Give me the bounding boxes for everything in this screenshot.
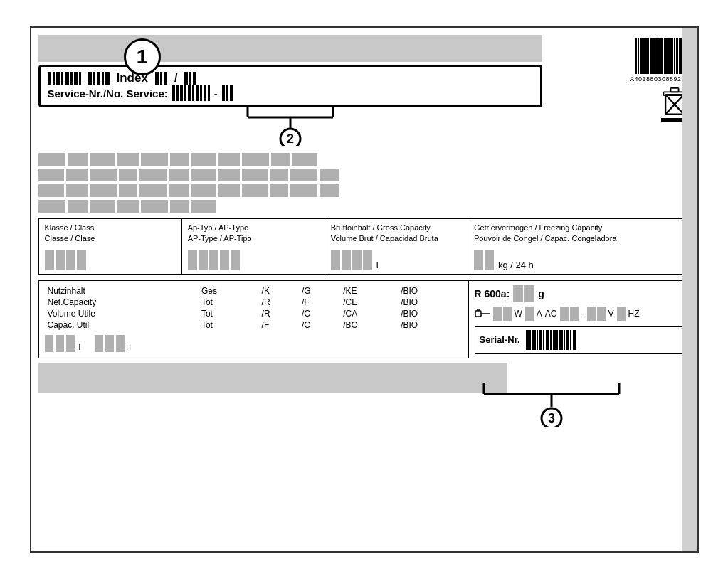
plug-icon bbox=[475, 308, 490, 319]
net-val-2: l bbox=[95, 335, 131, 352]
net-capacity-table: Nutzinhalt Ges /K /G /KE /BIO Net.Capaci… bbox=[45, 285, 463, 331]
svg-text:3: 3 bbox=[547, 411, 554, 425]
spec-col-class: Klasse / ClassClasse / Clase bbox=[39, 219, 182, 274]
serial-line: Serial-Nr. bbox=[480, 330, 679, 350]
bracket2-svg: 2 bbox=[219, 103, 362, 146]
elec-ac-label: AC bbox=[545, 309, 557, 319]
stripe-row-2 bbox=[38, 169, 690, 181]
net-section: Nutzinhalt Ges /K /G /KE /BIO Net.Capaci… bbox=[38, 280, 690, 358]
elec-line: W A AC - V HZ bbox=[475, 307, 684, 321]
net-row-label-1: Nutzinhalt bbox=[45, 285, 199, 297]
spec-col-gross: Bruttoinhalt / Gross CapacityVolume Brut… bbox=[325, 219, 468, 274]
label-container: 1 Index / bbox=[30, 26, 699, 553]
r600a-unit: g bbox=[538, 288, 544, 299]
net-row-col4-2: /CE bbox=[340, 297, 398, 308]
net-row-col3-3: /C bbox=[299, 308, 340, 319]
info-box: Index / Service-Nr./No. Service: - bbox=[38, 65, 542, 107]
right-sidebar-stripe bbox=[682, 28, 697, 551]
elec-w-label: W bbox=[515, 309, 522, 319]
spec-aptype-value bbox=[188, 250, 319, 270]
net-bottom-row: l l bbox=[45, 335, 463, 352]
elec-bar-hz bbox=[617, 307, 626, 321]
net-row-col1-1: Ges bbox=[199, 285, 259, 297]
elec-bar-v bbox=[560, 307, 579, 321]
net-row-col5-3: /BIO bbox=[398, 308, 462, 319]
net-row-label-3: Volume Utile bbox=[45, 308, 199, 319]
elec-a-label: A bbox=[537, 309, 542, 319]
net-row-col4-3: /CA bbox=[340, 308, 398, 319]
barcode-service bbox=[172, 85, 210, 101]
spec-gross-label: Bruttoinhalt / Gross CapacityVolume Brut… bbox=[331, 223, 462, 245]
top-right-area: A4018803088927A bbox=[548, 35, 690, 149]
bracket3-svg: 3 bbox=[470, 381, 633, 427]
serial-container: Serial-Nr. bbox=[475, 326, 684, 354]
serial-label: Serial-Nr. bbox=[480, 334, 520, 345]
barcode-left-small2 bbox=[88, 72, 110, 85]
bottom-section: 3 bbox=[38, 363, 690, 427]
net-row-col5-2: /BIO bbox=[398, 297, 462, 308]
net-row-col2-3: /R bbox=[259, 308, 299, 319]
net-row-col4-4: /BO bbox=[340, 319, 398, 331]
net-row-col2-2: /R bbox=[259, 297, 299, 308]
net-row-col5-1: /BIO bbox=[398, 285, 462, 297]
spec-class-label: Klasse / ClassClasse / Clase bbox=[45, 223, 176, 245]
stripe-row-1 bbox=[38, 153, 690, 166]
table-row: Nutzinhalt Ges /K /G /KE /BIO bbox=[45, 285, 463, 297]
barcode-index-right bbox=[155, 72, 167, 85]
svg-rect-12 bbox=[475, 311, 481, 317]
striped-rows bbox=[38, 153, 690, 213]
spec-gross-value: l bbox=[331, 250, 462, 270]
info-box-line1: Index / bbox=[48, 71, 533, 85]
elec-bar-v2 bbox=[587, 307, 606, 321]
stripe-row-4 bbox=[38, 200, 690, 213]
r600a-label: R 600a: bbox=[475, 288, 510, 299]
r600a-line: R 600a: g bbox=[475, 285, 684, 302]
spec-freezing-value: kg / 24 h bbox=[474, 250, 684, 270]
serial-barcode bbox=[526, 330, 576, 350]
barcode-left-small bbox=[48, 72, 81, 85]
service-label: Service-Nr./No. Service: bbox=[48, 87, 168, 100]
net-val-1: l bbox=[45, 335, 81, 352]
stripe-row-3 bbox=[38, 184, 690, 197]
net-row-col2-4: /F bbox=[259, 319, 299, 331]
net-row-col1-2: Tot bbox=[199, 297, 259, 308]
spec-freezing-label: Gefriervermögen / Freezing CapacityPouvo… bbox=[474, 223, 684, 245]
net-row-label-2: Net.Capacity bbox=[45, 297, 199, 308]
net-row-label-4: Capac. Util bbox=[45, 319, 199, 331]
table-row: Net.Capacity Tot /R /F /CE /BIO bbox=[45, 297, 463, 308]
spec-col-aptype: Ap-Typ / AP-TypeAP-Type / AP-Tipo bbox=[182, 219, 325, 274]
circle3-container: 3 bbox=[38, 381, 690, 427]
specs-section: Klasse / ClassClasse / Clase Ap-Typ / AP… bbox=[38, 218, 690, 275]
gross-unit: l bbox=[376, 260, 379, 270]
net-row-col3-1: /G bbox=[299, 285, 340, 297]
net-row-col5-4: /BIO bbox=[398, 319, 462, 331]
top-section: 1 Index / bbox=[38, 35, 690, 149]
svg-rect-11 bbox=[670, 88, 678, 92]
net-row-col2-1: /K bbox=[259, 285, 299, 297]
table-row: Volume Utile Tot /R /C /CA /BIO bbox=[45, 308, 463, 319]
top-left-area: 1 Index / bbox=[38, 35, 542, 149]
elec-bar-w bbox=[493, 307, 512, 321]
table-row: Capac. Util Tot /F /C /BO /BIO bbox=[45, 319, 463, 331]
elec-bar-a bbox=[525, 307, 534, 321]
spec-aptype-label: Ap-Typ / AP-TypeAP-Type / AP-Tipo bbox=[188, 223, 319, 245]
spec-col-freezing: Gefriervermögen / Freezing CapacityPouvo… bbox=[468, 219, 690, 274]
elec-v-label: V bbox=[608, 309, 614, 319]
barcode-index-right2 bbox=[184, 72, 196, 85]
net-row-col3-2: /F bbox=[299, 297, 340, 308]
r600a-value-bars bbox=[513, 285, 534, 302]
net-row-col1-4: Tot bbox=[199, 319, 259, 331]
circle-1: 1 bbox=[124, 38, 161, 75]
spec-class-value bbox=[45, 250, 176, 270]
bracket2-container: 2 bbox=[38, 103, 542, 146]
elec-dash: - bbox=[581, 309, 584, 319]
svg-text:2: 2 bbox=[286, 132, 293, 146]
net-row-col4-1: /KE bbox=[340, 285, 398, 297]
net-row-col1-3: Tot bbox=[199, 308, 259, 319]
gray-bar-top bbox=[38, 35, 542, 62]
barcode-service2 bbox=[222, 85, 233, 101]
elec-hz-label: HZ bbox=[628, 309, 640, 319]
net-row-col3-4: /C bbox=[299, 319, 340, 331]
freezing-unit: kg / 24 h bbox=[498, 260, 534, 270]
info-box-line2: Service-Nr./No. Service: - bbox=[48, 85, 533, 101]
